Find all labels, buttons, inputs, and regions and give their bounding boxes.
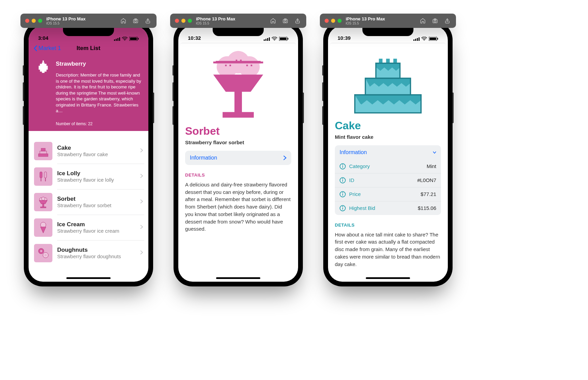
strawberry-icon	[35, 60, 51, 76]
information-card: Information Category Mint ID #L0ON7	[335, 145, 441, 215]
info-row-value: #L0ON7	[417, 177, 436, 183]
battery-icon	[279, 37, 289, 41]
back-button[interactable]: Market 1	[33, 45, 61, 52]
volume-down[interactable]	[23, 106, 24, 125]
share-icon[interactable]	[443, 17, 451, 25]
list-item[interactable]: Doughnuts Strawberry flavor doughnuts	[33, 241, 144, 266]
item-title: Ice Cream	[57, 221, 135, 228]
doughnut-icon	[34, 244, 52, 262]
sorbet-icon	[34, 193, 52, 211]
item-title: Cake	[57, 145, 135, 151]
chevron-right-icon	[140, 250, 143, 256]
nav-bar: Market 1 Item List	[29, 42, 148, 54]
item-title: Doughnuts	[57, 247, 135, 253]
screenshot-icon[interactable]	[431, 17, 439, 25]
home-indicator[interactable]	[66, 277, 111, 279]
mute-switch[interactable]	[173, 65, 174, 76]
traffic-lights	[25, 19, 42, 23]
power-button[interactable]	[153, 93, 154, 123]
simulator-titlebar: iPhone 13 Pro Max iOS 15.5	[320, 14, 456, 28]
wifi-icon	[272, 37, 277, 41]
status-time: 10:32	[188, 35, 201, 41]
minimize-window-icon[interactable]	[331, 19, 335, 23]
info-row-label: Price	[349, 191, 361, 197]
chevron-right-icon	[140, 225, 143, 231]
traffic-lights	[175, 19, 192, 23]
volume-up[interactable]	[173, 82, 174, 101]
list-item[interactable]: Sorbet Strawberry flavor sorbet	[33, 189, 144, 215]
item-count: Number of items: 22	[56, 121, 142, 126]
zoom-window-icon[interactable]	[38, 19, 42, 23]
close-window-icon[interactable]	[25, 19, 29, 23]
volume-up[interactable]	[23, 82, 24, 101]
back-label: Market 1	[38, 45, 61, 52]
wifi-icon	[421, 37, 427, 41]
information-card: Information	[185, 151, 291, 165]
home-icon[interactable]	[269, 17, 277, 25]
info-row: Price $77.21	[335, 187, 441, 201]
cake-icon	[349, 50, 427, 116]
info-row-label: Category	[349, 163, 370, 169]
share-icon[interactable]	[144, 17, 152, 25]
list-item[interactable]: Ice Cream Strawberry flavor ice cream	[33, 215, 144, 240]
power-button[interactable]	[452, 93, 454, 123]
list-item[interactable]: Cake Strawberry flavor cake	[33, 138, 144, 164]
mute-switch[interactable]	[322, 65, 324, 76]
item-list[interactable]: Cake Strawberry flavor cake Ice Lolly St…	[29, 138, 148, 266]
chevron-back-icon	[33, 45, 37, 51]
information-toggle[interactable]: Information	[185, 151, 291, 165]
screenshot-icon[interactable]	[131, 17, 140, 25]
home-icon[interactable]	[119, 17, 127, 25]
cellular-icon	[264, 37, 270, 41]
battery-icon	[129, 37, 139, 41]
item-title: Ice Lolly	[57, 170, 135, 177]
detail-subtitle: Strawberry flavor sorbet	[185, 139, 291, 145]
phone-bezel: 10:32 Sorbet Strawberry flavor sorbet In	[174, 21, 303, 286]
mute-switch[interactable]	[23, 65, 24, 76]
zoom-window-icon[interactable]	[188, 19, 192, 23]
simulator-device: iPhone 13 Pro Max	[196, 17, 235, 21]
status-time: 3:04	[38, 35, 48, 41]
information-label: Information	[190, 155, 217, 161]
information-toggle[interactable]: Information	[335, 145, 441, 160]
info-icon	[340, 191, 346, 197]
hero-image	[335, 50, 441, 116]
volume-down[interactable]	[173, 106, 174, 125]
screenshot-icon[interactable]	[281, 17, 289, 25]
information-label: Information	[340, 149, 367, 155]
info-row: Category Mint	[335, 160, 441, 173]
simulator-os: iOS 15.5	[46, 22, 86, 25]
home-indicator[interactable]	[216, 277, 260, 279]
zoom-window-icon[interactable]	[338, 19, 342, 23]
phone-bezel: 10:39 Cake Mint flavor cake Information	[323, 21, 453, 286]
cellular-icon	[413, 37, 420, 41]
minimize-window-icon[interactable]	[32, 19, 36, 23]
chevron-right-icon	[140, 174, 143, 180]
item-subtitle: Strawberry flavor ice cream	[57, 228, 135, 234]
simulator-device: iPhone 13 Pro Max	[346, 17, 385, 21]
share-icon[interactable]	[293, 17, 301, 25]
close-window-icon[interactable]	[325, 19, 329, 23]
home-indicator[interactable]	[366, 277, 410, 279]
info-icon	[340, 205, 346, 211]
power-button[interactable]	[303, 93, 304, 123]
status-time: 10:39	[338, 35, 350, 41]
home-icon[interactable]	[419, 17, 427, 25]
volume-down[interactable]	[322, 106, 324, 125]
details-section-label: DETAILS	[185, 172, 291, 178]
simulator-titlebar: iPhone 13 Pro Max iOS 15.5	[20, 14, 157, 28]
category-name: Strawberry	[56, 61, 142, 67]
item-title: Sorbet	[57, 196, 135, 202]
simulator-os: iOS 15.5	[346, 22, 385, 25]
close-window-icon[interactable]	[175, 19, 179, 23]
wifi-icon	[122, 37, 128, 41]
sorbet-icon	[201, 50, 276, 121]
cellular-icon	[114, 37, 120, 41]
ice-cream-icon	[34, 218, 52, 237]
minimize-window-icon[interactable]	[181, 19, 185, 23]
info-icon	[340, 163, 346, 169]
item-subtitle: Strawberry flavor ice lolly	[57, 177, 135, 183]
volume-up[interactable]	[322, 82, 324, 101]
list-item[interactable]: Ice Lolly Strawberry flavor ice lolly	[33, 164, 144, 189]
chevron-right-icon	[140, 199, 143, 205]
